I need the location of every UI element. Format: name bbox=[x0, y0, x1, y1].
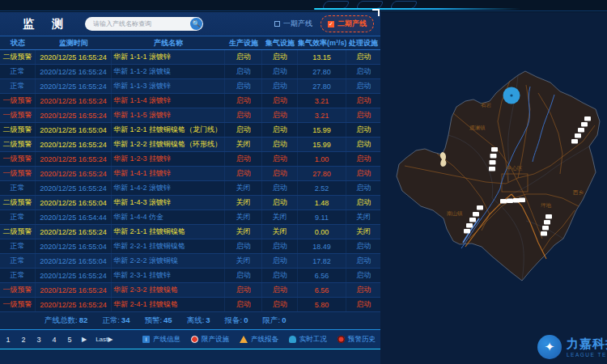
page-button[interactable]: 3 bbox=[36, 336, 42, 344]
map-place-label: 南山镇 bbox=[447, 210, 463, 216]
cell-production: 启动 bbox=[225, 298, 262, 311]
phase1-checkbox[interactable]: 一期产线 bbox=[274, 19, 312, 29]
decor-accent-line bbox=[314, 8, 520, 10]
cell-gas-collect: 关闭 bbox=[262, 210, 298, 224]
cell-treatment: 启动 bbox=[346, 167, 380, 180]
top-decor-band bbox=[0, 0, 607, 12]
summary-item: 预警:45 bbox=[144, 315, 172, 326]
cell-line-name: 华新 1-2-3 挂镀锌 bbox=[112, 152, 225, 166]
cell-gas-collect: 启动 bbox=[262, 239, 298, 253]
legend-item-实时工况[interactable]: 实时工况 bbox=[289, 335, 327, 345]
cell-gas-collect: 启动 bbox=[262, 196, 298, 210]
cell-production: 启动 bbox=[225, 79, 262, 93]
cell-gas-collect: 启动 bbox=[262, 94, 298, 108]
legend-item-预警历史[interactable]: 预警历史 bbox=[337, 335, 376, 345]
panel-header: 监 测 🔍 一期产线 ✓ 二期产线 bbox=[0, 12, 380, 36]
district-map[interactable]: 石岩 观澜镇 中心区 西乡 南山镇 坪地 ✦ 力嘉科技 LEAGUE TE bbox=[380, 12, 607, 364]
col-gas-collect: 集气设施 bbox=[262, 38, 298, 49]
cell-efficiency: 0.00 bbox=[298, 225, 346, 239]
cell-gas-collect: 启动 bbox=[262, 269, 298, 282]
table-row[interactable]: 二级预警2020/12/25 16:55:24华新 1-1-1 滚镀锌启动启动1… bbox=[0, 50, 380, 65]
cell-status: 二级预警 bbox=[0, 138, 36, 151]
table-row[interactable]: 正常2020/12/25 16:55:24华新 1-1-3 滚镀锌启动启动27.… bbox=[0, 79, 380, 94]
table-row[interactable]: 一级预警2020/12/25 16:55:24华新 2-3-2 挂镀镍铬启动启动… bbox=[0, 283, 380, 298]
cell-line-name: 华新 1-1-5 滚镀锌 bbox=[112, 108, 225, 122]
table-row[interactable]: 一级预警2020/12/25 16:55:24华新 1-4-1 挂镀锌启动启动2… bbox=[0, 167, 380, 181]
table-row[interactable]: 一级预警2020/12/25 16:55:24华新 1-1-4 滚镀锌启动启动3… bbox=[0, 94, 380, 108]
cell-treatment: 启动 bbox=[346, 283, 380, 297]
cell-status: 正常 bbox=[0, 239, 36, 253]
phase2-checkbox[interactable]: ✓ 二期产线 bbox=[320, 15, 374, 32]
legend-item-限产设施[interactable]: 限产设施 bbox=[191, 335, 229, 345]
map-place-label: 西乡 bbox=[572, 189, 584, 196]
search-icon[interactable]: 🔍 bbox=[190, 18, 202, 30]
table-row[interactable]: 正常2020/12/25 16:55:24华新 1-1-2 滚镀镍启动启动27.… bbox=[0, 65, 380, 79]
map-place-label: 坪地 bbox=[540, 202, 552, 208]
cell-status: 一级预警 bbox=[0, 152, 36, 166]
table-row[interactable]: 正常2020/12/25 16:55:24华新 2-3-1 挂镀锌启动启动6.5… bbox=[0, 269, 380, 283]
table-row[interactable]: 一级预警2020/12/25 16:55:24华新 1-2-3 挂镀锌启动启动1… bbox=[0, 152, 380, 167]
col-status: 状态 bbox=[0, 38, 36, 49]
next-page-button[interactable]: ▶ bbox=[82, 336, 87, 343]
summary-item: 正常:34 bbox=[102, 315, 129, 326]
cell-production: 关闭 bbox=[225, 225, 262, 239]
cell-gas-collect: 启动 bbox=[262, 138, 298, 151]
cell-efficiency: 1.48 bbox=[298, 196, 346, 210]
cell-time: 2020/12/25 16:54:44 bbox=[36, 210, 112, 224]
cell-gas-collect: 启动 bbox=[262, 283, 298, 297]
table-row[interactable]: 正常2020/12/25 16:55:24华新 1-4-2 滚镀锌关闭启动2.5… bbox=[0, 181, 380, 196]
cell-production: 启动 bbox=[225, 123, 262, 137]
table-row[interactable]: 正常2020/12/25 16:55:04华新 2-2-2 滚镀铜镍关闭启动17… bbox=[0, 254, 380, 269]
legend-item-产线信息[interactable]: i产线信息 bbox=[142, 335, 180, 345]
cell-gas-collect: 启动 bbox=[262, 167, 298, 180]
cell-time: 2020/12/25 16:55:24 bbox=[36, 283, 112, 297]
brand-logo: ✦ 力嘉科技 LEAGUE TE bbox=[537, 335, 607, 359]
cell-status: 一级预警 bbox=[0, 283, 36, 297]
table-row[interactable]: 二级预警2020/12/25 16:55:24华新 2-1-1 挂镀铜镍铬关闭关… bbox=[0, 225, 380, 239]
search-box[interactable]: 🔍 bbox=[85, 17, 203, 31]
page-button[interactable]: 4 bbox=[51, 336, 57, 344]
cell-time: 2020/12/25 16:55:24 bbox=[36, 50, 112, 64]
cell-production: 启动 bbox=[225, 269, 262, 282]
cell-status: 二级预警 bbox=[0, 225, 36, 239]
table-row[interactable]: 一级预警2020/12/25 16:55:24华新 1-1-5 滚镀锌启动启动3… bbox=[0, 108, 380, 123]
cell-status: 二级预警 bbox=[0, 196, 36, 210]
table-row[interactable]: 二级预警2020/12/25 16:55:04华新 1-2-1 挂镀铜镍铬（龙门… bbox=[0, 123, 380, 138]
search-input[interactable] bbox=[91, 19, 187, 28]
table-row[interactable]: 正常2020/12/25 16:54:44华新 1-4-4 仿金关闭关闭9.11… bbox=[0, 210, 380, 225]
summary-item: 报备:0 bbox=[225, 315, 248, 326]
cell-line-name: 华新 2-2-1 挂镀铜镍铬 bbox=[112, 239, 225, 253]
map-place-label: 石岩 bbox=[481, 102, 492, 108]
cell-production: 启动 bbox=[225, 283, 262, 297]
table-row[interactable]: 二级预警2020/12/25 16:55:04华新 1-4-3 滚镀锌关闭启动1… bbox=[0, 196, 380, 210]
cell-line-name: 华新 2-3-1 挂镀锌 bbox=[112, 269, 225, 282]
table-row[interactable]: 一级预警2020/12/25 16:55:24华新 2-4-1 挂镀镍铬启动启动… bbox=[0, 298, 380, 312]
cell-status: 正常 bbox=[0, 79, 36, 93]
table-row[interactable]: 二级预警2020/12/25 16:55:24华新 1-2-2 挂镀铜镍铬（环形… bbox=[0, 138, 380, 152]
checkbox-checked-icon: ✓ bbox=[328, 21, 334, 28]
page-button[interactable]: 2 bbox=[20, 336, 27, 344]
last-page-button[interactable]: Last▶ bbox=[96, 336, 112, 343]
cell-treatment: 启动 bbox=[346, 152, 380, 166]
cell-time: 2020/12/25 16:55:24 bbox=[36, 65, 112, 78]
logo-en-text: LEAGUE TE bbox=[567, 352, 607, 358]
table-header: 状态 监测时间 产线名称 生产设施 集气设施 集气效率(m³/s) 处理设施 bbox=[0, 36, 380, 50]
cell-status: 正常 bbox=[0, 254, 36, 268]
cell-status: 一级预警 bbox=[0, 94, 36, 108]
cell-status: 正常 bbox=[0, 181, 36, 195]
cell-production: 启动 bbox=[225, 50, 262, 64]
cell-status: 二级预警 bbox=[0, 50, 36, 64]
cell-gas-collect: 启动 bbox=[262, 79, 298, 93]
page-button[interactable]: 5 bbox=[66, 336, 73, 344]
cell-treatment: 启动 bbox=[346, 138, 380, 151]
page-button[interactable]: 1 bbox=[5, 336, 11, 344]
cell-line-name: 华新 1-4-1 挂镀锌 bbox=[112, 167, 225, 180]
cluster-bubble-marker[interactable] bbox=[503, 87, 520, 104]
cell-time: 2020/12/25 16:55:24 bbox=[36, 225, 112, 239]
table-row[interactable]: 正常2020/12/25 16:55:04华新 2-2-1 挂镀铜镍铬启动启动1… bbox=[0, 239, 380, 254]
cell-efficiency: 1.00 bbox=[298, 152, 346, 166]
cell-production: 启动 bbox=[225, 94, 262, 108]
cell-time: 2020/12/25 16:55:24 bbox=[36, 94, 112, 108]
legend-item-产线报备[interactable]: 产线报备 bbox=[240, 335, 278, 345]
cell-status: 正常 bbox=[0, 210, 36, 224]
